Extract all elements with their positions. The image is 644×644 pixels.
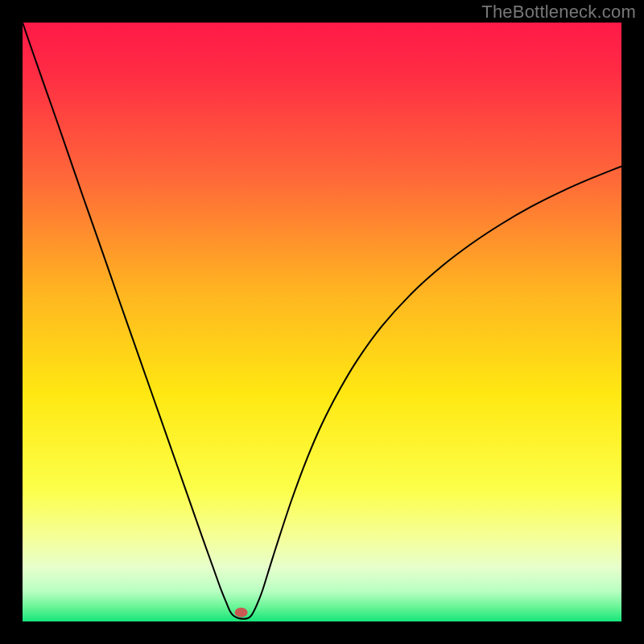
gradient-background (23, 23, 621, 621)
chart-svg (23, 23, 621, 621)
plot-area (23, 23, 621, 621)
watermark-text: TheBottleneck.com (481, 2, 636, 23)
chart-frame: TheBottleneck.com (0, 0, 644, 644)
minimum-marker (235, 608, 248, 617)
